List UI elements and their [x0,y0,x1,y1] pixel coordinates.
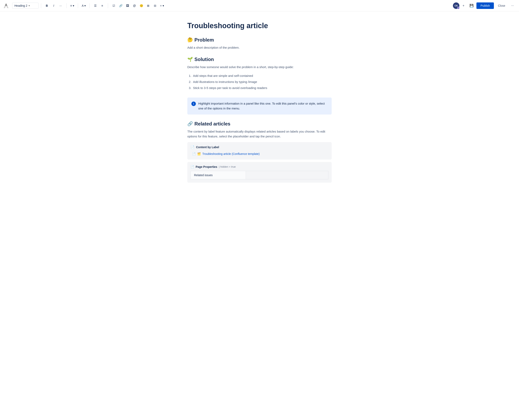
divider-5 [108,3,108,8]
heading-select[interactable]: Heading 2 ▾ [12,3,38,9]
text-color-icon: A ▾ [82,4,86,7]
related-articles-section: 🔗 Related articles The content by label … [187,121,332,183]
divider-1 [41,3,41,8]
item-document-icon: 📄 [192,152,196,156]
text-format-group: B I ··· [44,2,64,9]
image-button[interactable]: 🖼 [124,2,131,9]
avatar: CK C [453,2,459,9]
add-collaborator-button[interactable]: + [460,2,467,9]
info-icon: i [191,102,196,106]
emoji-icon: 🙂 [140,4,143,7]
info-panel: i Highlight important information in a p… [187,98,332,114]
checkbox-icon: ☑ [113,4,115,7]
avatar-group: CK C + [453,2,467,9]
text-color-button[interactable]: A ▾ [81,2,87,9]
table-row: Related issues [191,171,328,179]
page-title[interactable]: Troubleshooting article [187,21,332,31]
solution-section: 🌱 Solution Describe how someone would so… [187,57,332,91]
image-icon: 🖼 [126,4,129,7]
page-properties-header: 📄 Page Properties | hidden = true [191,165,328,168]
table-cell-value[interactable] [246,171,328,179]
column-button[interactable]: ⊟ [152,2,158,9]
numbered-list-button[interactable]: ≡ [99,2,105,9]
table-icon: ⊞ [147,4,150,7]
problem-heading: 🤔 Problem [187,37,332,43]
solution-heading-text: Solution [195,57,214,62]
solution-steps: Add steps that are simple and self-conta… [192,73,332,91]
divider-3 [78,3,78,8]
link-icon: 🔗 [119,4,122,7]
related-articles-heading: 🔗 Related articles [187,121,332,127]
avatar-initials: CK [455,4,458,7]
solution-heading: 🌱 Solution [187,57,332,62]
content-by-label-link[interactable]: Troubleshooting article (Confluence temp… [202,152,260,156]
publish-button[interactable]: Publish [476,2,494,9]
heading-select-label: Heading 2 [14,4,27,7]
task-list-button[interactable]: ☑ [111,2,117,9]
table-button[interactable]: ⊞ [145,2,151,9]
save-icon-button[interactable]: 💾 [468,2,475,9]
page-properties-table: Related issues [191,171,328,179]
list-item: Stick to 3-5 steps per task to avoid ove… [192,85,332,91]
related-articles-emoji: 🔗 [187,121,193,127]
content-by-label-header: 📄 Content by Label [191,145,328,149]
align-button[interactable]: ≡ ▾ [69,2,75,9]
close-button[interactable]: Close [496,2,508,9]
content-by-label-label: Content by Label [196,146,219,149]
list-item: Add steps that are simple and self-conta… [192,73,332,79]
bullet-list-icon: ☰ [94,4,97,7]
insert-more-button[interactable]: + ▾ [159,2,165,9]
list-item: Add illustrations to instructions by typ… [192,79,332,85]
content-by-label-block: 📄 Content by Label 📄 🗂️ Troubleshooting … [187,142,332,159]
solution-emoji: 🌱 [187,57,193,62]
related-articles-description: The content by label feature automatical… [187,129,332,139]
align-icon: ≡ ▾ [70,4,74,7]
more-options-button[interactable]: ··· [509,2,516,9]
link-button[interactable]: 🔗 [117,2,124,9]
solution-description: Describe how someone would solve the pro… [187,65,332,69]
page-properties-block: 📄 Page Properties | hidden = true Relate… [187,162,332,183]
emoji-button[interactable]: 🙂 [138,2,144,9]
table-cell-label: Related issues [191,171,246,179]
page-properties-label: Page Properties [196,165,217,168]
page-properties-hidden: | hidden = true [219,165,236,168]
chevron-down-icon: ▾ [29,4,30,7]
problem-description: Add a short description of the problem. [187,45,332,50]
mention-button[interactable]: @ [131,2,138,9]
save-icon: 💾 [470,4,474,8]
ellipsis-icon: ··· [511,4,514,8]
related-articles-heading-text: Related articles [195,121,230,127]
column-icon: ⊟ [154,4,156,7]
document-icon: 📄 [191,145,195,149]
numbered-list-icon: ≡ [101,4,103,7]
plus-icon: + ▾ [160,4,164,7]
insert-group: ☑ 🔗 🖼 @ 🙂 ⊞ ⊟ + ▾ [111,2,165,9]
bold-button[interactable]: B [44,2,50,9]
problem-emoji: 🤔 [187,37,193,43]
list-group: ☰ ≡ [92,2,105,9]
italic-button[interactable]: I [51,2,57,9]
avatar-badge: C [457,7,459,9]
at-icon: @ [133,4,136,7]
bullet-list-button[interactable]: ☰ [92,2,98,9]
toolbar: Heading 2 ▾ B I ··· ≡ ▾ A ▾ ☰ ≡ ☑ 🔗 [0,0,519,11]
content-by-label-item: 📄 🗂️ Troubleshooting article (Confluence… [192,151,328,156]
divider-2 [66,3,67,8]
content-area: Troubleshooting article 🤔 Problem Add a … [182,11,337,201]
item-tag-emoji: 🗂️ [197,152,201,156]
app-logo [3,3,9,8]
problem-section: 🤔 Problem Add a short description of the… [187,37,332,50]
more-format-button[interactable]: ··· [57,2,64,9]
info-panel-text: Highlight important information in a pan… [198,101,328,111]
page-props-icon: 📄 [191,165,194,168]
problem-heading-text: Problem [195,37,214,43]
